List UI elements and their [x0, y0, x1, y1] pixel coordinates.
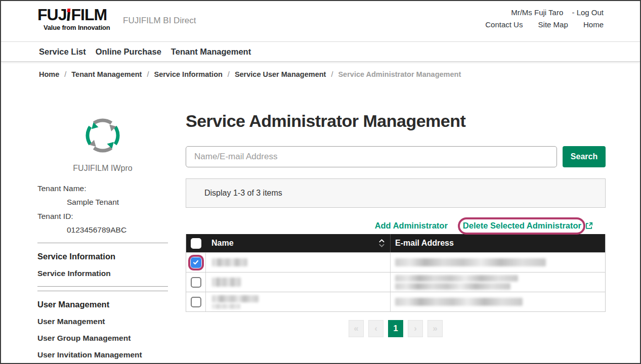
header: FUJ FILM Value from Innovation FUJIFILM …	[1, 1, 640, 41]
select-all-checkbox[interactable]	[191, 238, 201, 249]
page-title: Service Administrator Management	[186, 111, 606, 131]
iwpro-sync-arrows-icon	[76, 110, 129, 161]
main-content: Service Administrator Management Search …	[186, 86, 606, 337]
breadcrumb-service-information[interactable]: Service Information	[154, 70, 222, 78]
add-administrator-link[interactable]: Add Administrator	[375, 221, 448, 231]
table-header-row: Name E-mail Address	[186, 234, 605, 252]
nav-service-list[interactable]: Service List	[39, 47, 86, 57]
breadcrumb-current: Service Administrator Management	[338, 70, 461, 78]
table-row	[186, 292, 605, 311]
row-checkbox[interactable]	[191, 257, 201, 268]
sidebar-section-user-management: User Management	[37, 300, 168, 309]
breadcrumb-service-user-management[interactable]: Service User Management	[235, 70, 326, 78]
sidebar-item-user-management[interactable]: User Management	[37, 317, 168, 326]
page: FUJ FILM Value from Innovation FUJIFILM …	[0, 0, 641, 364]
sidebar-section-service-information: Service Information	[37, 252, 168, 261]
breadcrumb-separator: /	[64, 70, 66, 78]
fujifilm-logo-text-right: FILM	[71, 7, 107, 22]
redacted-name	[212, 278, 241, 287]
user-name: Mr/Ms Fuji Taro	[511, 8, 563, 17]
app-title: FUJIFILM BI Direct	[123, 16, 196, 26]
contact-us-link[interactable]: Contact Us	[485, 20, 523, 29]
pagination: « ‹ 1 › »	[186, 320, 606, 337]
redacted-email	[395, 275, 518, 282]
tenant-id-value: 0123456789ABC	[37, 225, 168, 235]
result-summary-text: Display 1-3 of 3 items	[204, 189, 282, 198]
fujifilm-logo[interactable]: FUJ FILM Value from Innovation	[37, 7, 110, 31]
search-button[interactable]: Search	[563, 146, 606, 167]
sidebar-item-user-invitation-management[interactable]: User Invitation Management	[37, 350, 168, 359]
sidebar: FUJIFILM IWpro Tenant Name: Sample Tenan…	[37, 86, 168, 364]
redacted-name	[212, 258, 247, 266]
page-1-button[interactable]: 1	[388, 320, 403, 337]
sidebar-divider	[37, 291, 168, 291]
tenant-name-label: Tenant Name:	[37, 184, 168, 193]
row-checkbox[interactable]	[191, 297, 201, 307]
redacted-email	[395, 258, 546, 266]
delete-selected-administrator-link[interactable]: Delete Selected Administrator	[463, 221, 581, 231]
breadcrumb-tenant-management[interactable]: Tenant Management	[71, 70, 142, 78]
redacted-name	[212, 295, 259, 302]
redacted-name	[212, 304, 240, 309]
site-map-link[interactable]: Site Map	[538, 20, 568, 29]
iwpro-product-name: FUJIFILM IWpro	[37, 164, 168, 173]
fujifilm-logo-text-left: FUJ	[37, 7, 66, 22]
user-separator: -	[572, 8, 574, 17]
table-actions: Add Administrator Delete Selected Admini…	[186, 218, 606, 233]
search-input[interactable]	[186, 146, 557, 167]
home-link[interactable]: Home	[583, 20, 604, 29]
column-header-name[interactable]: Name	[211, 239, 234, 248]
sort-asc-icon	[378, 239, 385, 243]
column-header-email: E-mail Address	[395, 239, 454, 248]
sort-control[interactable]	[378, 239, 385, 247]
fujifilm-logo-i-icon	[66, 7, 71, 22]
breadcrumb-separator: /	[147, 70, 149, 78]
sidebar-item-user-group-management[interactable]: User Group Management	[37, 334, 168, 343]
result-summary-box: Display 1-3 of 3 items	[186, 178, 606, 208]
sort-desc-icon	[378, 244, 385, 247]
checkmark-icon	[192, 259, 199, 266]
tenant-id-label: Tenant ID:	[37, 212, 168, 221]
nav-online-purchase[interactable]: Online Purchase	[96, 47, 161, 57]
last-page-button[interactable]: »	[428, 320, 443, 337]
external-link-icon	[585, 221, 593, 230]
breadcrumb-separator: /	[228, 70, 230, 78]
user-area: Mr/Ms Fuji Taro - Log Out Contact Us Sit…	[472, 8, 604, 29]
sidebar-item-service-information[interactable]: Service Information	[37, 269, 168, 278]
fujifilm-tagline: Value from Innovation	[37, 24, 110, 31]
logout-link[interactable]: Log Out	[577, 8, 604, 17]
breadcrumb-separator: /	[331, 70, 333, 78]
primary-nav: Service List Online Purchase Tenant Mana…	[1, 41, 640, 62]
tenant-name-value: Sample Tenant	[37, 198, 168, 207]
redacted-email	[395, 298, 523, 306]
next-page-button[interactable]: ›	[408, 320, 423, 337]
first-page-button[interactable]: «	[349, 320, 364, 337]
sidebar-divider	[37, 243, 168, 243]
table-row	[186, 252, 605, 272]
search-row: Search	[186, 146, 606, 167]
tenant-info: Tenant Name: Sample Tenant Tenant ID: 01…	[37, 184, 168, 235]
prev-page-button[interactable]: ‹	[368, 320, 383, 337]
redacted-email	[395, 283, 510, 290]
administrator-table: Name E-mail Address	[186, 234, 606, 312]
breadcrumb-home[interactable]: Home	[39, 70, 59, 78]
row-checkbox[interactable]	[191, 277, 201, 288]
breadcrumb: Home / Tenant Management / Service Infor…	[1, 62, 640, 86]
table-row	[186, 272, 605, 292]
nav-tenant-management[interactable]: Tenant Management	[171, 47, 251, 57]
